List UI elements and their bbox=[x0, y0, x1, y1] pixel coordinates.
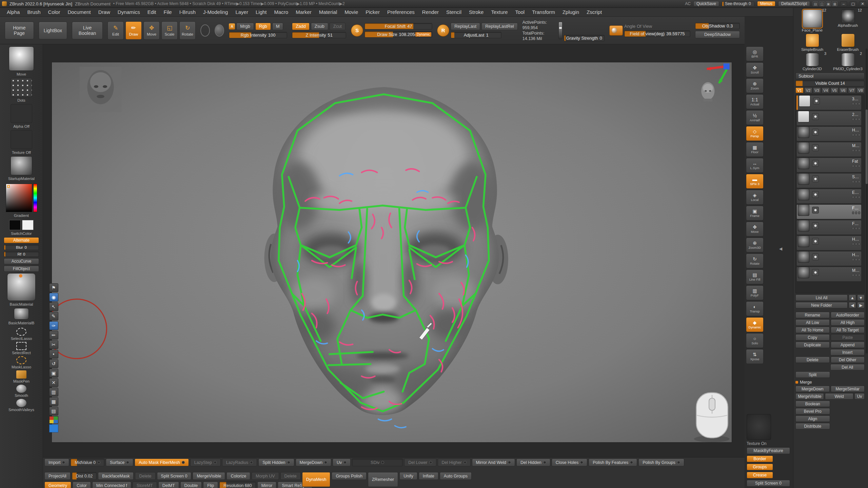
delete[interactable]: ✕ bbox=[49, 378, 58, 387]
menu-item[interactable]: Stroke bbox=[466, 8, 487, 16]
live-boolean-button[interactable]: Live Boolean bbox=[72, 22, 103, 39]
lightbox-button[interactable]: LightBox bbox=[39, 22, 67, 39]
notes[interactable]: ▤ bbox=[49, 407, 58, 415]
subtool-visibility-eye[interactable] bbox=[813, 98, 820, 104]
align-button[interactable]: Align bbox=[795, 415, 830, 422]
bottom-tool-button[interactable]: Auto Groups bbox=[440, 472, 472, 480]
pen[interactable]: ✎ bbox=[49, 312, 58, 321]
obj-shadow-slider[interactable]: ObjShadow 0.3 bbox=[695, 23, 740, 29]
see-through-slider[interactable]: See-through 0 bbox=[722, 1, 754, 6]
visible-count-slider[interactable]: Visible Count 14 bbox=[795, 80, 865, 86]
quick-tool[interactable]: SmoothValleys bbox=[8, 399, 34, 412]
dynamic-toggle[interactable]: Dynamic bbox=[415, 32, 431, 37]
subtool-visibility-eye[interactable] bbox=[812, 238, 819, 245]
copy-button[interactable]: Copy bbox=[795, 334, 830, 341]
quick-tool[interactable]: Smooth bbox=[15, 385, 28, 398]
variant-tab[interactable]: V7 bbox=[848, 87, 856, 93]
menu-item[interactable]: Zscript bbox=[583, 8, 605, 16]
bottom-tool-button[interactable]: Split Hidden bbox=[258, 459, 294, 466]
right-shelf-button[interactable]: ○ Solo bbox=[746, 333, 764, 348]
subtool-mini-toggles[interactable] bbox=[852, 165, 860, 167]
merge-down-button[interactable]: MergeDown bbox=[795, 386, 830, 392]
subtool-item[interactable]: Scan Skull bbox=[796, 173, 862, 188]
bottom-tool-button[interactable]: Del Higher bbox=[438, 459, 471, 466]
primary-color-swatch[interactable] bbox=[9, 220, 21, 230]
menu-item[interactable]: I-Brush bbox=[176, 8, 199, 16]
paste-button[interactable]: Paste bbox=[831, 334, 865, 341]
texture-preview[interactable] bbox=[747, 414, 771, 440]
mrgb-button[interactable]: Mrgb bbox=[236, 23, 254, 30]
crease-button[interactable]: Crease bbox=[747, 472, 773, 479]
quickpick-brush[interactable]: 12 AlphaBrush bbox=[831, 9, 865, 32]
bottom-tool-button[interactable]: SDiv bbox=[352, 459, 403, 466]
right-shelf-button[interactable]: ⊕ Zoom3D bbox=[746, 238, 764, 252]
bottom-tool-button[interactable]: Del Lower bbox=[404, 459, 436, 466]
border-button[interactable]: Border bbox=[747, 455, 773, 462]
menu-item[interactable]: Material bbox=[316, 8, 340, 16]
menu-item[interactable]: Transform bbox=[529, 8, 558, 16]
merge-visible-button[interactable]: MergeVisible bbox=[795, 393, 824, 400]
close-button[interactable]: ✕ bbox=[859, 1, 866, 6]
menu-item[interactable]: Stencil bbox=[443, 8, 465, 16]
select-cursor[interactable]: ↖ bbox=[49, 302, 58, 311]
right-shelf-button[interactable]: ⊕ Zoom bbox=[746, 78, 764, 93]
bottom-tool-button[interactable]: Dist 0.02 bbox=[72, 472, 97, 480]
bottom-tool-button[interactable]: ZRemesher bbox=[368, 472, 398, 487]
delete-button[interactable]: Delete bbox=[795, 357, 830, 363]
right-shelf-button[interactable]: ▣ Frame bbox=[746, 206, 764, 221]
document-canvas[interactable]: ⚑ ◉ ↖ ✎ bbox=[52, 62, 732, 443]
subtool-mini-toggles[interactable] bbox=[852, 258, 860, 261]
menu-item[interactable]: Tool bbox=[512, 8, 528, 16]
menu-item[interactable]: Macro bbox=[271, 8, 292, 16]
boolean-button[interactable]: Boolean bbox=[795, 401, 830, 407]
point[interactable]: • bbox=[49, 350, 58, 359]
m-button[interactable]: M bbox=[272, 23, 283, 30]
subtool-item[interactable]: Head Step-6 bbox=[796, 126, 862, 141]
bottom-tool-button[interactable]: Colorize bbox=[226, 472, 250, 480]
variant-tab[interactable]: V6 bbox=[839, 87, 847, 93]
subtool-visibility-eye[interactable] bbox=[812, 222, 819, 229]
menu-item[interactable]: Edit bbox=[144, 8, 160, 16]
bevel-pro-button[interactable]: Bevel Pro bbox=[795, 408, 830, 414]
subtool-visibility-eye[interactable] bbox=[812, 191, 819, 198]
bottom-tool-button[interactable]: StoreMT bbox=[133, 482, 157, 488]
quicksave-button[interactable]: QuickSave bbox=[693, 1, 719, 6]
bottom-tool-button[interactable]: Min Connected f bbox=[92, 482, 131, 488]
variant-tab[interactable]: V2 bbox=[804, 87, 812, 93]
variant-tab[interactable]: V1 bbox=[795, 87, 804, 93]
hue-strip[interactable] bbox=[33, 184, 37, 212]
bottom-tool-button[interactable]: BackfaceMask bbox=[98, 472, 134, 480]
bottom-tool-button[interactable]: Geometry bbox=[44, 482, 71, 488]
default-zscript-button[interactable]: DefaultZScript bbox=[778, 1, 810, 6]
stroke-icon[interactable]: S bbox=[351, 24, 363, 37]
merge-similar-button[interactable]: MergeSimilar bbox=[831, 386, 865, 392]
distribute-button[interactable]: Distribute bbox=[795, 423, 830, 429]
color-picker[interactable] bbox=[6, 184, 37, 212]
material-thumbnail[interactable] bbox=[11, 156, 32, 175]
rgb-button[interactable]: Rgb bbox=[255, 23, 271, 30]
bottom-tool-button[interactable]: MergeVisible bbox=[193, 472, 225, 480]
bottom-tool-button[interactable]: DynaMesh bbox=[302, 472, 331, 487]
right-shelf-button[interactable]: ✥ Move bbox=[746, 222, 764, 237]
mask-by-feature-button[interactable]: MaskByFeature bbox=[747, 447, 790, 454]
tray-collapse-arrow[interactable]: ◀ bbox=[779, 246, 782, 251]
marker-pin[interactable]: ⚑ bbox=[49, 283, 58, 292]
quick-tool[interactable]: SelectLasso bbox=[11, 328, 32, 341]
subtool-visibility-eye[interactable] bbox=[812, 269, 819, 276]
menu-item[interactable]: Dynamics bbox=[114, 8, 143, 16]
quickpick-brush[interactable]: 12 Face_Plane bbox=[795, 9, 829, 32]
zcut-button[interactable]: Zcut bbox=[330, 23, 346, 30]
duplicate-button[interactable]: Duplicate bbox=[795, 342, 830, 348]
zsub-button[interactable]: Zsub bbox=[311, 23, 328, 30]
bottom-tool-button[interactable]: Groups Polish bbox=[332, 472, 367, 480]
right-shelf-button[interactable]: ◈ Local bbox=[746, 190, 764, 205]
subtool-mini-toggles[interactable] bbox=[852, 196, 860, 199]
right-shelf-button[interactable]: ✥ Scroll bbox=[746, 62, 764, 77]
del-other-button[interactable]: Del Other bbox=[831, 357, 865, 363]
subtool-item[interactable]: 30강 bbox=[796, 95, 862, 110]
bottom-tool-button[interactable]: Color bbox=[73, 482, 91, 488]
mode-button[interactable]: ↻ Rotate bbox=[179, 21, 196, 40]
all-high-button[interactable]: All High bbox=[831, 319, 865, 326]
del-all-button[interactable]: Del All bbox=[830, 364, 865, 370]
subtool-mini-toggles[interactable] bbox=[852, 227, 860, 230]
